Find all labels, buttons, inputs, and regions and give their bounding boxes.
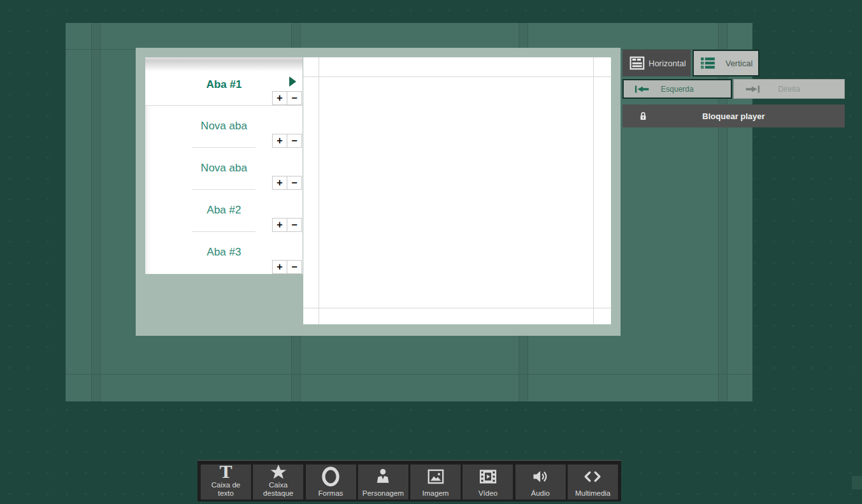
- tab-label: Aba #3: [145, 246, 303, 259]
- add-tab-button[interactable]: +: [272, 260, 287, 274]
- tab-label: Aba #1: [145, 78, 303, 91]
- button-label: Vertical: [726, 59, 753, 68]
- add-tab-button[interactable]: +: [272, 134, 287, 148]
- character-button[interactable]: Personagem: [358, 464, 408, 500]
- tab-add-remove-group: + −: [273, 134, 302, 148]
- horizontal-layout-button[interactable]: Horizontal: [622, 50, 691, 76]
- shapes-button[interactable]: Formas: [306, 464, 356, 500]
- remove-tab-button[interactable]: −: [287, 134, 302, 148]
- tab-add-remove-group: + −: [273, 218, 302, 232]
- horizontal-guide-line: [66, 374, 752, 375]
- tab-add-remove-group: + −: [273, 176, 302, 190]
- remove-tab-button[interactable]: −: [287, 91, 302, 105]
- button-label: Horizontal: [649, 59, 686, 68]
- remove-tab-button[interactable]: −: [287, 260, 302, 274]
- highlight-box-button[interactable]: Caixa destaque: [253, 464, 303, 500]
- tool-label: Multimedia: [575, 489, 611, 498]
- insert-toolbar: T Caixa de texto Caixa destaque Formas P…: [198, 460, 621, 501]
- image-icon: [426, 464, 445, 489]
- vertical-layout-button[interactable]: Vertical: [693, 50, 759, 76]
- add-tab-button[interactable]: +: [272, 176, 287, 190]
- character-icon: [375, 464, 391, 489]
- text-box-button[interactable]: T Caixa de texto: [201, 464, 251, 500]
- lock-icon: [639, 111, 647, 122]
- canvas-margin-guide: [319, 57, 319, 324]
- add-tab-button[interactable]: +: [272, 218, 287, 232]
- add-tab-button[interactable]: +: [272, 91, 287, 105]
- tab-add-remove-group: + −: [273, 91, 302, 105]
- player-preview: Aba #1 + − Nova aba + − Nova aba + − Aba…: [136, 48, 621, 336]
- text-box-icon: T: [219, 462, 232, 481]
- tool-label: Caixa destaque: [263, 481, 293, 498]
- horizontal-tabs-icon: [629, 55, 645, 71]
- star-icon: [269, 463, 288, 481]
- tool-label: Áudio: [531, 489, 549, 498]
- tab-label: Nova aba: [145, 120, 303, 133]
- active-tab-arrow-icon: [289, 76, 296, 87]
- multimedia-button[interactable]: Multimedia: [568, 464, 618, 500]
- tab-item[interactable]: Aba #2 + −: [145, 190, 303, 232]
- arrow-to-left-icon: [634, 85, 650, 94]
- tool-label: Imagem: [422, 489, 449, 498]
- button-label: Bloquear player: [622, 112, 845, 121]
- tool-label: Personagem: [363, 489, 404, 498]
- audio-icon: [531, 464, 550, 489]
- arrow-to-right-icon: [744, 85, 761, 94]
- tool-label: Caixa de texto: [212, 481, 240, 498]
- tab-item[interactable]: Nova aba + −: [145, 106, 303, 148]
- code-brackets-icon: [582, 464, 603, 489]
- tab-item[interactable]: Aba #3 + −: [145, 232, 303, 274]
- tab-list-panel: Aba #1 + − Nova aba + − Nova aba + − Aba…: [145, 57, 303, 274]
- tool-label: Formas: [319, 489, 343, 498]
- tab-label: Nova aba: [145, 162, 303, 175]
- video-button[interactable]: Vídeo: [463, 464, 513, 500]
- remove-tab-button[interactable]: −: [287, 218, 302, 232]
- tab-item[interactable]: Nova aba + −: [145, 148, 303, 190]
- grid-gutter: [91, 23, 101, 401]
- tool-label: Vídeo: [478, 489, 498, 498]
- canvas-margin-guide: [303, 308, 611, 308]
- align-right-button[interactable]: Direita: [733, 79, 845, 99]
- corner-watermark: [852, 476, 862, 489]
- lock-player-button[interactable]: Bloquear player: [622, 104, 845, 127]
- video-icon: [478, 464, 498, 489]
- image-button[interactable]: Imagem: [410, 464, 461, 500]
- align-left-button[interactable]: Esquerda: [622, 79, 732, 99]
- canvas-margin-guide: [593, 57, 594, 324]
- shapes-icon: [321, 464, 340, 489]
- tab-label: Aba #2: [145, 204, 303, 217]
- vertical-tabs-icon: [700, 55, 716, 71]
- tab-item-active[interactable]: Aba #1 + −: [145, 57, 303, 106]
- audio-button[interactable]: Áudio: [515, 464, 566, 500]
- remove-tab-button[interactable]: −: [287, 176, 302, 190]
- slide-canvas[interactable]: [303, 57, 611, 324]
- tab-add-remove-group: + −: [273, 260, 302, 274]
- canvas-margin-guide: [303, 76, 611, 77]
